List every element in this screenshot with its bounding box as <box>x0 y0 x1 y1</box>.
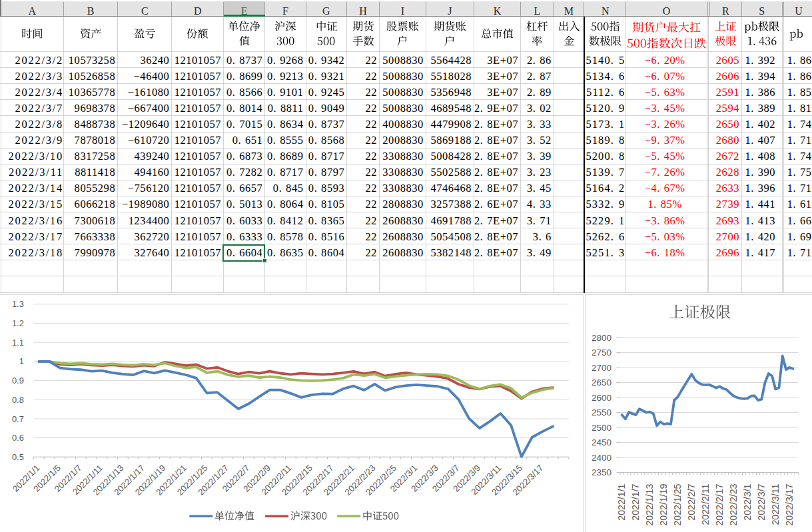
svg-text:0.9: 0.9 <box>12 376 24 386</box>
svg-text:2022/2/11: 2022/2/11 <box>700 483 711 525</box>
svg-text:2022/1/13: 2022/1/13 <box>644 483 655 525</box>
svg-text:1.3: 1.3 <box>12 299 24 309</box>
svg-text:2022/2/23: 2022/2/23 <box>728 483 739 525</box>
svg-text:0.6: 0.6 <box>12 433 24 443</box>
svg-text:2022/3/7: 2022/3/7 <box>756 483 767 520</box>
svg-text:2450: 2450 <box>592 437 611 447</box>
svg-text:2022/3/1: 2022/3/1 <box>742 483 753 520</box>
svg-text:2700: 2700 <box>592 363 611 373</box>
svg-text:0.7: 0.7 <box>12 414 24 424</box>
svg-text:2022/3/11: 2022/3/11 <box>770 483 781 525</box>
svg-text:0.5: 0.5 <box>12 452 24 462</box>
svg-text:1: 1 <box>19 356 24 366</box>
svg-text:1.2: 1.2 <box>12 318 24 328</box>
svg-text:2022/1/19: 2022/1/19 <box>658 483 669 525</box>
svg-text:2022/1/7: 2022/1/7 <box>630 483 641 520</box>
svg-text:2400: 2400 <box>592 453 611 463</box>
svg-text:0.8: 0.8 <box>12 395 24 405</box>
svg-text:2650: 2650 <box>592 378 611 388</box>
svg-text:2022/3/17: 2022/3/17 <box>784 483 795 525</box>
svg-text:2022/2/17: 2022/2/17 <box>714 483 725 525</box>
svg-text:2022/2/7: 2022/2/7 <box>686 483 697 520</box>
svg-text:2350: 2350 <box>592 467 611 477</box>
svg-text:2550: 2550 <box>592 407 611 417</box>
svg-text:2022/1/1: 2022/1/1 <box>616 483 627 520</box>
svg-text:2600: 2600 <box>592 393 611 403</box>
svg-text:2800: 2800 <box>592 333 611 343</box>
svg-text:2500: 2500 <box>592 423 611 433</box>
svg-text:1.1: 1.1 <box>12 338 24 348</box>
svg-text:2750: 2750 <box>592 348 611 358</box>
svg-text:2022/1/25: 2022/1/25 <box>672 483 683 525</box>
